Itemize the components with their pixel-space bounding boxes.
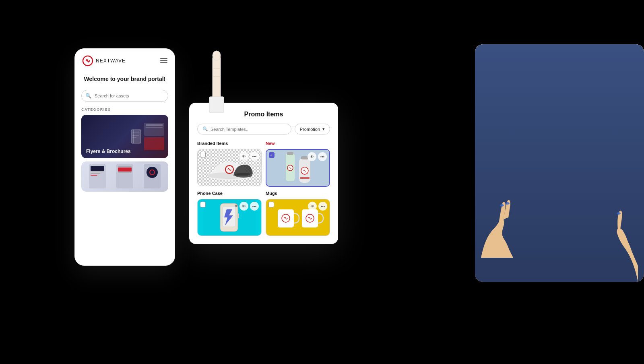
phone-header: NEXTWAVE: [75, 49, 175, 71]
logo-text: NEXTWAVE: [96, 58, 126, 64]
case-checkbox-box[interactable]: [200, 202, 206, 207]
svg-rect-14: [287, 152, 293, 155]
promo-type-dropdown[interactable]: Promotion ▾: [295, 124, 330, 134]
second-card-decoration: [81, 161, 168, 192]
paper-stack: [144, 123, 164, 150]
svg-point-4: [213, 51, 221, 60]
svg-point-32: [506, 202, 510, 205]
promo-search-input-container[interactable]: 🔍: [197, 124, 291, 134]
mugs-label: Mugs: [266, 191, 330, 196]
bottle-more-btn[interactable]: •••: [318, 152, 327, 161]
laptop-scene: Expose. Create. Distribute. Succeed.: [475, 44, 644, 282]
mug-preview-btn[interactable]: 👁: [308, 202, 317, 211]
promo-search-bar: 🔍 Promotion ▾: [197, 124, 330, 134]
bottle-item-controls: 👁 •••: [308, 152, 327, 161]
branded-items-label: Branded Items: [197, 141, 262, 146]
phone-search-icon: 🔍: [85, 93, 91, 99]
book-icon: [130, 129, 142, 144]
promo-search-field[interactable]: [211, 127, 286, 132]
svg-rect-19: [300, 177, 310, 179]
case-checkbox[interactable]: [200, 202, 206, 207]
svg-rect-7: [209, 97, 224, 113]
phone-case-item[interactable]: 👁 •••: [197, 199, 262, 236]
phone-search-input[interactable]: [81, 90, 168, 102]
flyers-card-label: Flyers & Brochures: [86, 149, 131, 154]
hat-preview-btn[interactable]: 👁: [239, 152, 248, 161]
hat-item-controls: 👁 •••: [239, 152, 259, 161]
categories-label: CATEGORIES: [75, 108, 175, 115]
svg-point-31: [500, 204, 504, 207]
mug-checkbox[interactable]: [268, 202, 274, 207]
svg-rect-1: [131, 130, 141, 143]
mug-checkbox-box[interactable]: [268, 202, 274, 207]
phone-mockup: NEXTWAVE Welcome to your brand portal! 🔍…: [74, 48, 175, 266]
phone-case-section: Phone Case 👁 •••: [197, 191, 262, 236]
mug-item[interactable]: 👁 •••: [266, 199, 330, 236]
mug-more-btn[interactable]: •••: [318, 202, 327, 211]
welcome-heading: Welcome to your brand portal!: [83, 75, 167, 83]
bottle-preview-btn[interactable]: 👁: [308, 152, 316, 161]
mugs-section: Mugs 👁 •••: [266, 191, 330, 236]
dropdown-chevron-icon: ▾: [322, 126, 325, 132]
case-more-btn[interactable]: •••: [250, 202, 259, 211]
promo-grid-layout: Branded Items 👁 •••: [197, 141, 330, 236]
hat-checkbox[interactable]: [200, 152, 206, 157]
case-item-controls: 👁 •••: [239, 202, 259, 211]
water-bottle-item[interactable]: ✓ 👁 •••: [266, 149, 330, 187]
scene: NEXTWAVE Welcome to your brand portal! 🔍…: [0, 0, 644, 364]
hand-illustration: [197, 32, 237, 113]
phone-case-label: Phone Case: [197, 191, 262, 196]
mug-item-controls: 👁 •••: [308, 202, 327, 211]
hat-more-btn[interactable]: •••: [250, 152, 259, 161]
svg-rect-24: [238, 213, 239, 218]
bottle-checkbox[interactable]: ✓: [269, 152, 275, 158]
branded-items-section: Branded Items 👁 •••: [197, 141, 262, 187]
laptop-photo: Expose. Create. Distribute. Succeed.: [475, 44, 644, 282]
svg-point-33: [617, 212, 621, 215]
hands-on-keyboard-svg: [477, 177, 557, 258]
new-items-section: New ✓ 👁 •••: [266, 141, 330, 187]
nextwave-logo-icon: [82, 55, 93, 66]
flyers-card-image: Flyers & Brochures: [81, 115, 168, 158]
dropdown-label: Promotion: [300, 127, 320, 132]
svg-point-11: [235, 173, 252, 178]
bottle-checkbox-box[interactable]: ✓: [269, 152, 275, 158]
hamburger-menu-icon[interactable]: [160, 58, 167, 63]
flyers-brochures-card[interactable]: Flyers & Brochures: [81, 115, 168, 158]
phone-search-container: 🔍: [81, 90, 168, 102]
second-category-card[interactable]: [81, 161, 168, 192]
phone-welcome-section: Welcome to your brand portal!: [75, 71, 175, 90]
hand-pointing-svg: [197, 32, 237, 113]
hat-item[interactable]: 👁 •••: [197, 149, 262, 186]
new-items-label: New: [266, 141, 330, 146]
case-preview-btn[interactable]: 👁: [239, 202, 248, 211]
right-hand-svg: [570, 193, 642, 282]
hat-checkbox-box[interactable]: [200, 152, 206, 157]
svg-point-23: [235, 205, 237, 207]
phone-logo: NEXTWAVE: [82, 55, 126, 66]
promo-items-modal: Promo Items 🔍 Promotion ▾ Branded Items: [189, 103, 338, 244]
promo-search-icon: 🔍: [202, 126, 208, 132]
